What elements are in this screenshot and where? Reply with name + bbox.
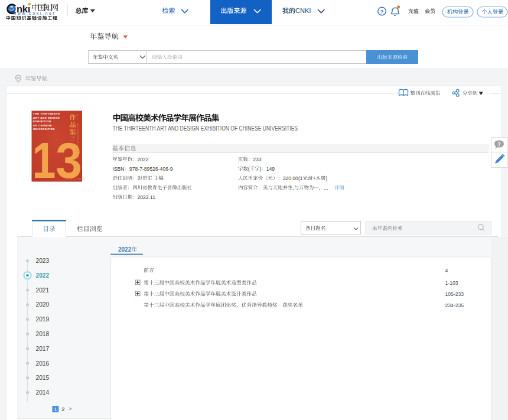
svg-text:2021: 2021 bbox=[36, 287, 50, 294]
svg-text:(: ( bbox=[248, 166, 250, 172]
svg-text:2022.11: 2022.11 bbox=[138, 194, 156, 200]
svg-text:EXHIBITION: EXHIBITION bbox=[33, 120, 51, 123]
svg-text:2017: 2017 bbox=[36, 346, 50, 352]
svg-text:OF CHINESE: OF CHINESE bbox=[33, 124, 52, 127]
svg-text:): ) bbox=[260, 166, 262, 172]
svg-text:?: ? bbox=[497, 141, 500, 147]
svg-text:?: ? bbox=[380, 8, 384, 15]
svg-text:105-233: 105-233 bbox=[445, 291, 464, 297]
svg-text:2018: 2018 bbox=[36, 331, 50, 337]
svg-text:2: 2 bbox=[61, 406, 64, 412]
svg-text:978-7-89526-406-9: 978-7-89526-406-9 bbox=[129, 166, 173, 172]
svg-text:2023: 2023 bbox=[36, 258, 50, 264]
svg-text:320.00(1: 320.00(1 bbox=[283, 175, 303, 181]
svg-text:CNKI: CNKI bbox=[295, 7, 311, 14]
svg-text:2016: 2016 bbox=[36, 360, 50, 367]
svg-text:THE THIRTEENTH ART AND DESIGN: THE THIRTEENTH ART AND DESIGN EXHIBITION… bbox=[113, 125, 298, 132]
svg-text:1-103: 1-103 bbox=[445, 280, 458, 286]
svg-text:): ) bbox=[325, 175, 327, 181]
svg-text:4: 4 bbox=[445, 268, 448, 274]
svg-text:2014: 2014 bbox=[36, 389, 50, 396]
svg-text:2022: 2022 bbox=[138, 157, 149, 162]
svg-text:,: , bbox=[292, 185, 294, 191]
svg-text:2022: 2022 bbox=[36, 272, 50, 279]
svg-text:THE THIRTEENTH: THE THIRTEENTH bbox=[33, 112, 60, 115]
svg-text:2015: 2015 bbox=[36, 375, 50, 381]
svg-text:UNIVERSITIES: UNIVERSITIES bbox=[33, 128, 55, 131]
svg-text:1: 1 bbox=[32, 132, 56, 188]
svg-text:234-235: 234-235 bbox=[445, 302, 464, 308]
svg-text:233: 233 bbox=[253, 157, 262, 162]
svg-text:149: 149 bbox=[266, 166, 275, 172]
svg-text:2020: 2020 bbox=[36, 301, 50, 308]
svg-text:2022: 2022 bbox=[118, 246, 132, 253]
svg-text:>: > bbox=[69, 406, 71, 412]
svg-text:...: ... bbox=[324, 185, 328, 191]
svg-text:2019: 2019 bbox=[36, 316, 50, 323]
svg-text:+: + bbox=[312, 175, 315, 181]
svg-text:1: 1 bbox=[54, 406, 57, 412]
svg-text:ART AND DESIGN: ART AND DESIGN bbox=[33, 116, 60, 119]
svg-text:ISBN: ISBN bbox=[113, 166, 125, 172]
